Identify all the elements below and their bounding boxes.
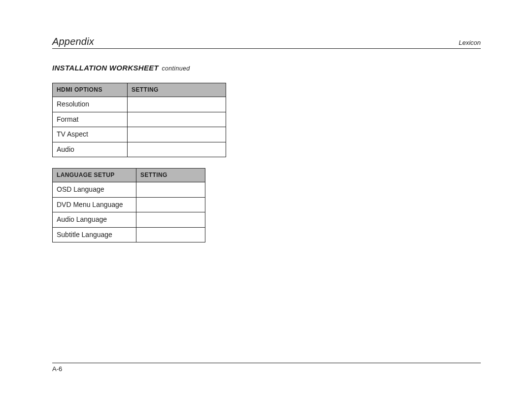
- table-header-row: Hdmi Options Setting: [53, 83, 226, 97]
- table-cell-label: Audio: [53, 142, 128, 157]
- table-header-cell: Hdmi Options: [53, 83, 128, 97]
- table-header-cell: Setting: [136, 169, 205, 182]
- page-footer: A-6: [52, 363, 481, 373]
- header-section-name: Appendix: [52, 36, 94, 47]
- table-cell-label: Format: [53, 112, 128, 127]
- page-number: A-6: [52, 365, 62, 373]
- table-row: Audio: [53, 142, 226, 157]
- table-cell-value: [128, 127, 226, 142]
- language-setup-table: Language Setup Setting OSD Language DVD …: [52, 168, 205, 242]
- table-row: Audio Language: [53, 212, 205, 228]
- header-brand-name: Lexicon: [459, 39, 481, 46]
- section-continued-label: continued: [162, 65, 190, 72]
- table-cell-label: Audio Language: [53, 212, 136, 228]
- table-cell-label: DVD Menu Language: [53, 197, 136, 212]
- table-cell-value: [136, 212, 205, 228]
- table-header-cell: Language Setup: [53, 169, 136, 182]
- table-header-cell: Setting: [128, 83, 226, 97]
- table-row: OSD Language: [53, 182, 205, 198]
- table-cell-value: [128, 97, 226, 112]
- table-cell-value: [128, 112, 226, 127]
- table-cell-label: OSD Language: [53, 182, 136, 198]
- table-cell-value: [128, 142, 226, 157]
- table-row: TV Aspect: [53, 127, 226, 142]
- table-cell-label: Resolution: [53, 97, 128, 112]
- hdmi-options-table: Hdmi Options Setting Resolution Format T…: [52, 83, 226, 157]
- table-row: Resolution: [53, 97, 226, 112]
- table-cell-label: Subtitle Language: [53, 227, 136, 242]
- section-title-text: INSTALLATION WORKSHEET: [52, 64, 159, 72]
- table-row: Format: [53, 112, 226, 127]
- table-cell-label: TV Aspect: [53, 127, 128, 142]
- section-title: INSTALLATION WORKSHEET continued: [52, 64, 481, 72]
- table-cell-value: [136, 197, 205, 212]
- table-row: DVD Menu Language: [53, 197, 205, 212]
- table-cell-value: [136, 227, 205, 242]
- page-content: Appendix Lexicon INSTALLATION WORKSHEET …: [52, 36, 481, 242]
- table-header-row: Language Setup Setting: [53, 169, 205, 182]
- table-cell-value: [136, 182, 205, 198]
- page-header: Appendix Lexicon: [52, 36, 481, 49]
- table-row: Subtitle Language: [53, 227, 205, 242]
